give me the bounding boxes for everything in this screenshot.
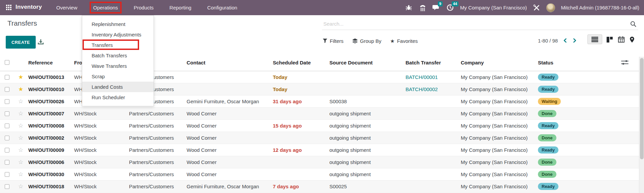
export-download-icon[interactable] [37,39,44,46]
table-row[interactable]: ☆WH/OUT/00008WH/StockPartners/CustomersW… [0,120,644,132]
row-checkbox[interactable] [5,111,9,116]
status-badge: Ready [538,146,558,154]
filters-button[interactable]: Filters [323,38,344,44]
from-cell: WH/Stock [74,171,129,177]
column-header-status[interactable]: Status [538,60,579,65]
source-document-cell: outgoing shipment [329,159,406,165]
menu-item-run-scheduler[interactable]: Run Scheduler [82,92,154,103]
batch-transfer-link[interactable]: BATCH/00002 [406,86,438,92]
user-menu[interactable]: Mitchell Admin (19687788-16-0-all) [561,5,639,10]
nav-item-overview[interactable]: Overview [54,3,80,12]
create-button[interactable]: CREATE [6,36,36,49]
scheduled-date-cell: 7 days ago [273,184,329,189]
favorites-label: Favorites [397,38,418,44]
menu-item-landed-costs[interactable]: Landed Costs [82,82,154,92]
row-checkbox[interactable] [5,99,9,104]
menu-item-batch-transfers[interactable]: Batch Transfers [82,50,154,61]
status-badge: Done [538,110,556,117]
table-row[interactable]: ☆WH/OUT/00006WH/StockPartners/CustomersW… [0,156,644,168]
nav-item-products[interactable]: Products [131,3,156,12]
favorites-button[interactable]: ★ Favorites [390,38,418,44]
batch-transfer-link[interactable]: BATCH/00001 [406,74,438,80]
to-cell: Partners/Customers [129,135,187,141]
row-checkbox[interactable] [5,172,9,177]
user-avatar[interactable] [546,3,555,12]
priority-star-icon[interactable]: ☆ [18,122,23,129]
view-switcher-kanban[interactable] [605,36,614,43]
row-checkbox[interactable] [5,75,9,80]
select-all-checkbox[interactable] [5,60,9,65]
column-header-contact[interactable]: Contact [187,60,273,65]
bug-icon[interactable] [405,4,413,12]
batch-transfer-cell: BATCH/00002 [406,86,461,92]
scheduled-date-cell: Today [273,74,329,80]
group-by-layers-icon [352,38,358,44]
menu-item-inventory-adjustments[interactable]: Inventory Adjustments [82,29,154,40]
nav-item-configuration[interactable]: Configuration [205,3,239,12]
priority-star-icon[interactable]: ☆ [18,171,23,177]
row-checkbox[interactable] [5,87,9,92]
pager-next-icon[interactable] [572,38,577,43]
row-checkbox[interactable] [5,148,9,153]
status-cell: Waiting [538,98,579,105]
navbar-menu: OverviewOperationsProductsReportingConfi… [54,0,239,15]
status-badge: Ready [538,74,558,81]
table-row[interactable]: ☆WH/OUT/00030WH/StockPartners/CustomersW… [0,168,644,181]
reference-cell: WH/OUT/00013 [28,74,74,80]
table-row[interactable]: ☆WH/OUT/00007WH/StockPartners/CustomersW… [0,108,644,120]
row-checkbox[interactable] [5,136,9,140]
column-header-batch[interactable]: Batch Transfer [406,60,461,65]
nav-item-reporting[interactable]: Reporting [167,3,194,12]
menu-item-replenishment[interactable]: Replenishment [82,19,154,29]
app-name[interactable]: Inventory [15,4,42,10]
menu-item-scrap[interactable]: Scrap [82,71,154,82]
row-checkbox[interactable] [5,123,9,128]
filter-bar: Filters Group By ★ Favorites [323,35,418,46]
table-scrollbar-thumb[interactable] [640,58,644,159]
search-input[interactable] [322,21,630,27]
reference-cell: WH/OUT/00009 [28,147,74,153]
column-header-source[interactable]: Source Document [329,60,406,65]
company-switcher[interactable]: My Company (San Francisco) [460,5,527,10]
view-switcher-calendar[interactable] [617,36,625,43]
priority-star-icon[interactable]: ☆ [18,147,23,153]
priority-star-icon[interactable]: ☆ [18,159,23,165]
tools-icon[interactable] [533,4,541,12]
pager-previous-icon[interactable] [562,38,568,43]
table-row[interactable]: ☆WH/OUT/00009WH/StockPartners/CustomersW… [0,144,644,156]
phone-keypad-icon[interactable] [419,4,427,12]
row-checkbox[interactable] [5,184,9,189]
priority-star-icon[interactable]: ☆ [18,98,23,105]
priority-star-icon[interactable]: ☆ [18,183,23,190]
scheduled-date-cell: 15 days ago [273,123,329,129]
table-row[interactable]: ☆WH/OUT/00002WH/StockPartners/CustomersW… [0,132,644,144]
apps-menu-icon[interactable] [6,5,12,11]
table-row[interactable]: ☆WH/OUT/00018WH/StockPartners/CustomersG… [0,181,644,193]
column-header-sched[interactable]: Scheduled Date [273,60,329,65]
view-switcher-list[interactable] [587,34,602,44]
row-checkbox[interactable] [5,160,9,165]
priority-star-icon[interactable]: ★ [18,86,23,92]
column-header-ref[interactable]: Reference [28,60,74,65]
status-cell: Ready [538,183,579,190]
reference-cell: WH/OUT/00010 [28,86,74,92]
search-icon[interactable] [630,21,636,27]
from-cell: WH/Stock [74,111,129,116]
nav-item-operations[interactable]: Operations [91,3,120,12]
group-by-button[interactable]: Group By [352,38,381,44]
priority-star-icon[interactable]: ★ [18,74,23,80]
priority-star-icon[interactable]: ☆ [18,110,23,117]
to-cell: Partners/Customers [129,147,187,153]
priority-star-icon[interactable]: ☆ [18,135,23,141]
menu-item-wave-transfers[interactable]: Wave Transfers [82,61,154,71]
from-cell: WH/Stock [74,147,129,153]
messages-icon[interactable]: 9 [432,4,441,12]
contact-cell: Wood Corner [187,171,273,177]
view-switcher-map[interactable] [627,36,636,43]
menu-item-transfers[interactable]: Transfers [82,40,154,50]
column-settings-icon[interactable] [621,60,629,65]
group-by-label: Group By [360,38,381,44]
company-cell: My Company (San Francisco) [461,86,538,92]
column-header-company[interactable]: Company [461,60,538,65]
activities-clock-icon[interactable]: 44 [446,4,454,12]
